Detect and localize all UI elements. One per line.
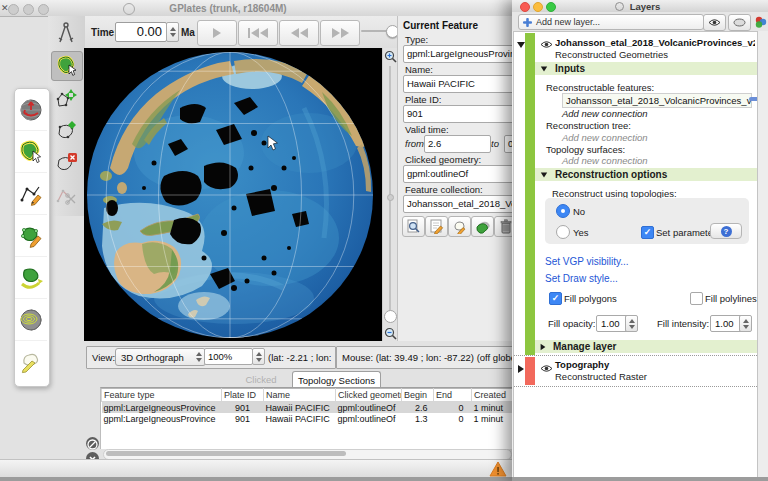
highlight-row-button[interactable] (86, 437, 99, 450)
fill-intensity-spinbox[interactable]: 1.00 (710, 315, 742, 332)
layer2-name[interactable]: Topography (555, 359, 609, 370)
fill-intensity-label: Fill intensity: (657, 318, 709, 329)
set-parameters-checkbox[interactable]: ✓ (641, 226, 654, 239)
radio-yes[interactable] (556, 225, 570, 239)
name-field[interactable]: Hawaii PACIFIC (403, 75, 520, 93)
radio-no[interactable] (556, 204, 570, 218)
zoom-slider-track[interactable] (389, 66, 391, 318)
insert-vertex-icon (54, 119, 78, 143)
manage-layer-header[interactable]: Manage layer (535, 340, 758, 353)
fill-polygons-checkbox[interactable]: ✓ (549, 292, 562, 305)
inputs-section-header[interactable]: Inputs (535, 62, 758, 75)
split-feature-tool-button[interactable] (51, 181, 81, 209)
type-combo[interactable]: gpml:LargeIgneousProvince (403, 45, 520, 63)
seek-start-button[interactable] (238, 20, 278, 46)
choose-feature-tool-button[interactable] (51, 51, 83, 81)
add-new-layer-button[interactable]: Add new layer... (518, 14, 704, 30)
projection-combo[interactable]: 3D Orthograph (115, 348, 206, 366)
feature-collection-field[interactable]: Johansson_etal_2018_Volc (403, 195, 520, 213)
step-back-button[interactable] (279, 20, 319, 46)
close-window-button[interactable] (520, 2, 530, 12)
delete-vertex-tool-button[interactable] (51, 149, 81, 177)
col-begin: Begin (402, 389, 434, 402)
add-connection-link[interactable]: Add new connection (562, 132, 648, 143)
delete-vertex-icon (54, 151, 78, 175)
reconstructable-file-entry[interactable]: Johansson_etal_2018_VolcanicProvinces_v2… (562, 93, 752, 108)
set-parameters-help-button[interactable]: ? (710, 223, 742, 239)
fill-opacity-spinner[interactable] (625, 315, 638, 332)
zoom-window-button[interactable] (546, 2, 556, 12)
plate-id-field[interactable]: 901 (403, 105, 520, 123)
layer2-topography[interactable]: Topography Reconstructed Raster (514, 355, 757, 387)
zoom-percent-field[interactable]: 100% (204, 348, 253, 365)
col-plate-id: Plate ID (222, 389, 264, 402)
feature-tools-palette (14, 88, 50, 387)
time-input[interactable]: 0.00 (115, 22, 167, 42)
fill-intensity-spinner[interactable] (739, 315, 752, 332)
fill-opacity-spinbox[interactable]: 1.00 (596, 315, 628, 332)
layer2-type: Reconstructed Raster (555, 371, 647, 382)
play-button[interactable] (197, 20, 237, 46)
fill-polygons-label[interactable]: Fill polygons (564, 293, 617, 304)
colour-by-button[interactable] (728, 14, 751, 31)
layer2-eye-icon[interactable] (540, 364, 553, 373)
reorient-globe-tool-button[interactable] (15, 89, 47, 131)
step-forward-button[interactable] (320, 20, 360, 46)
table-row[interactable]: gpml:LargeIgneousProvince 901 Hawaii PAC… (102, 413, 514, 424)
build-topology-tool-button[interactable] (15, 299, 47, 341)
add-connection-link[interactable]: Add new connection (562, 155, 648, 166)
reconstruction-options-collapse-arrow[interactable] (541, 172, 547, 177)
zoom-window-button[interactable] (38, 4, 49, 15)
layer1-expand-arrow[interactable] (517, 42, 525, 48)
hscrollbar-thumb[interactable] (106, 451, 346, 456)
layer1-name[interactable]: Johansson_etal_2018_VolcanicProvinces_v2 (555, 37, 755, 48)
layer2-expand-arrow[interactable] (518, 365, 524, 373)
measure-distance-icon (18, 349, 44, 375)
zoom-percent-spinner[interactable] (252, 348, 265, 365)
set-draw-style-link[interactable]: Set Draw style... (545, 273, 618, 284)
eye-icon (708, 18, 721, 27)
zoom-slider-handle[interactable] (384, 310, 397, 323)
choose-feature-palette-button[interactable] (15, 131, 47, 173)
insert-vertex-tool-button[interactable] (51, 117, 81, 145)
colour-palette-button[interactable] (753, 14, 767, 29)
disconnect-file-button[interactable] (749, 97, 758, 101)
measure-distance-tool-button[interactable] (15, 341, 47, 382)
valid-time-from-field[interactable]: 2.6 (424, 135, 491, 153)
tab-clicked[interactable]: Clicked (232, 372, 290, 387)
edit-feature-geometry-button[interactable] (448, 216, 471, 237)
globe-rendering (84, 48, 382, 341)
edit-feature-button[interactable] (425, 216, 448, 237)
reconstruction-options-header[interactable]: Reconstruction options (535, 168, 758, 181)
warning-icon[interactable] (489, 461, 507, 477)
set-vgp-visibility-link[interactable]: Set VGP visibility... (545, 256, 629, 267)
globe-canvas[interactable] (84, 48, 382, 341)
view-label: View: (92, 352, 115, 363)
table-row[interactable]: gpml:LargeIgneousProvince 901 Hawaii PAC… (102, 402, 514, 414)
tab-topology-sections[interactable]: Topology Sections (292, 371, 381, 388)
time-spinner[interactable] (166, 22, 179, 42)
show-layers-button[interactable] (703, 14, 726, 31)
digitise-geometry-tool-button[interactable] (15, 173, 47, 215)
fill-opacity-label: Fill opacity: (548, 318, 596, 329)
clone-feature-button[interactable] (471, 216, 494, 237)
minimize-window-button[interactable] (533, 2, 543, 12)
inputs-collapse-arrow[interactable] (541, 66, 547, 71)
move-vertex-tool-button[interactable] (51, 85, 81, 113)
edit-geometry-tool-button[interactable] (15, 215, 47, 257)
manage-layer-expand-arrow[interactable] (541, 343, 546, 349)
clicked-geometry-combo[interactable]: gpml:outlineOf (403, 165, 520, 183)
query-feature-button[interactable] (402, 216, 425, 237)
minimize-window-button[interactable] (23, 4, 34, 15)
radio-no-label[interactable]: No (573, 206, 585, 217)
fill-polylines-checkbox[interactable] (690, 292, 703, 305)
move-geometry-tool-button[interactable] (15, 257, 47, 299)
radio-yes-label[interactable]: Yes (573, 227, 589, 238)
fill-polylines-label[interactable]: Fill polylines (705, 293, 757, 304)
zoom-out-icon[interactable] (384, 327, 397, 340)
layer1-eye-icon[interactable] (540, 40, 553, 49)
zoom-in-icon[interactable] (384, 50, 397, 63)
add-connection-link[interactable]: Add new connection (562, 108, 648, 119)
pan-compass-tool-button[interactable] (51, 19, 81, 47)
table-header-row[interactable]: Feature type Plate ID Name Clicked geome… (102, 389, 514, 402)
